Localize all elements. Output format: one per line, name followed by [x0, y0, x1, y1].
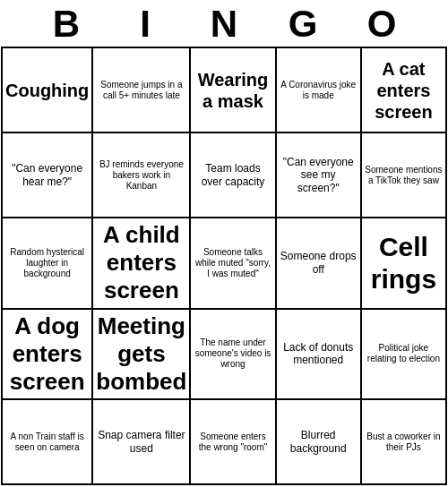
bingo-cell-11: A child enters screen: [93, 218, 191, 310]
bingo-cell-7: Team loads over capacity: [191, 133, 276, 218]
bingo-cell-15: A dog enters screen: [3, 310, 93, 401]
bingo-cell-24: Bust a coworker in their PJs: [362, 400, 447, 485]
bingo-cell-8: "Can everyone see my screen?": [277, 133, 362, 218]
bingo-cell-5: "Can everyone hear me?": [3, 133, 93, 218]
bingo-cell-1: Someone jumps in a call 5+ minutes late: [93, 48, 191, 133]
bingo-cell-16: Meeting gets bombed: [93, 310, 191, 401]
bingo-letter: G: [263, 4, 342, 45]
bingo-cell-13: Someone drops off: [277, 218, 362, 310]
bingo-cell-20: A non Train staff is seen on camera: [3, 400, 93, 485]
bingo-cell-14: Cell rings: [362, 218, 447, 310]
bingo-cell-23: Blurred background: [277, 400, 362, 485]
bingo-cell-3: A Coronavirus joke is made: [277, 48, 362, 133]
bingo-cell-6: BJ reminds everyone bakers work in Kanba…: [93, 133, 191, 218]
bingo-cell-12: Someone talks while muted "sorry, I was …: [191, 218, 276, 310]
bingo-title: BINGO: [0, 0, 448, 47]
bingo-cell-18: Lack of donuts mentioned: [277, 310, 362, 401]
bingo-letter: B: [27, 4, 106, 45]
bingo-cell-9: Someone mentions a TikTok they saw: [362, 133, 447, 218]
bingo-letter: I: [106, 4, 185, 45]
bingo-cell-10: Random hysterical laughter in background: [3, 218, 93, 310]
bingo-cell-0: Coughing: [3, 48, 93, 133]
bingo-cell-2: Wearing a mask: [191, 48, 276, 133]
bingo-grid: CoughingSomeone jumps in a call 5+ minut…: [1, 47, 447, 485]
bingo-letter: O: [342, 4, 421, 45]
bingo-cell-17: The name under someone's video is wrong: [191, 310, 276, 401]
bingo-cell-22: Someone enters the wrong "room": [191, 400, 276, 485]
bingo-cell-4: A cat enters screen: [362, 48, 447, 133]
bingo-cell-21: Snap camera filter used: [93, 400, 191, 485]
bingo-cell-19: Political joke relating to election: [362, 310, 447, 401]
bingo-letter: N: [185, 4, 263, 45]
